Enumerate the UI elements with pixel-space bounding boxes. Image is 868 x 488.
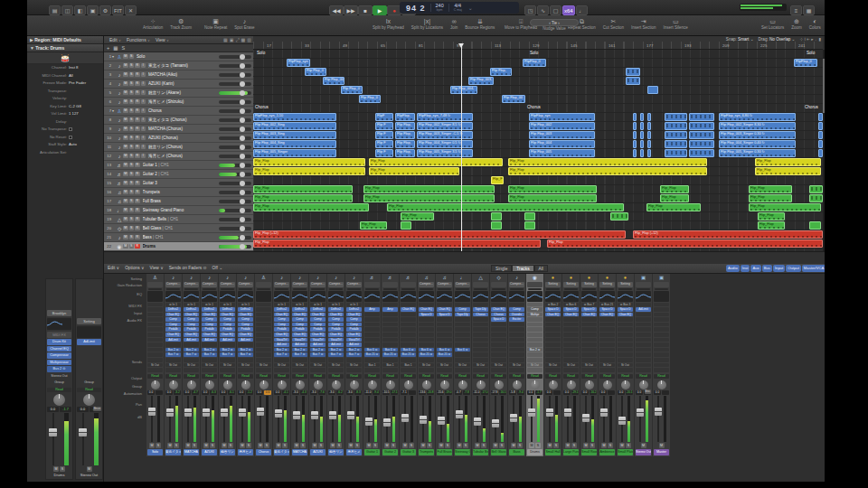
empty-fx-slot[interactable] [618,327,633,332]
track-i-button[interactable]: I [141,99,146,105]
region[interactable] [640,113,644,121]
solo-button[interactable]: S [373,443,378,448]
input-slot[interactable]: ⊙ Bus 3 [618,303,633,307]
empty-fx-slot[interactable] [581,327,597,332]
empty-fx-slot[interactable] [147,338,163,343]
track-s-button[interactable]: S [129,145,135,150]
channel-strip-Master[interactable]: ▣Read0.0MMaster [653,274,670,456]
track-header-東北イタコ (Tamami)[interactable]: 2♪MSRI東北イタコ (Tamami) [104,61,253,70]
setting-button[interactable] [382,282,398,287]
view-option-icon[interactable]: ▣ [230,36,234,43]
input-slot[interactable] [473,303,488,307]
empty-send-slot[interactable] [256,358,271,362]
pan-knob[interactable] [639,380,648,389]
eq-thumbnail[interactable] [563,291,579,302]
eq-thumbnail[interactable] [256,291,271,302]
view-option-icon[interactable]: ▥ [247,36,251,43]
region[interactable]: Flip_Flop [749,203,821,211]
automation-mode[interactable]: Read [202,374,217,380]
empty-fx-slot[interactable] [220,343,235,347]
empty-fx-slot[interactable] [419,343,434,347]
audio-fx-slot[interactable]: VocalTrf [310,338,326,343]
audio-fx-slot[interactable]: Comp [346,317,362,322]
region[interactable]: Flip_F [491,176,504,184]
solo-button[interactable]: S [409,443,414,448]
setting-button[interactable]: Setting [618,282,633,287]
empty-fx-slot[interactable] [77,352,101,359]
lcd-display[interactable]: 94 2 240bpm 4/4C maj ⌄ [400,2,519,14]
send-slot[interactable]: Bus 2 ⊙ [346,348,362,352]
strip-name-label[interactable]: Drums [527,449,542,455]
track-volume-slider[interactable] [219,227,251,230]
empty-fx-slot[interactable] [455,333,470,337]
empty-fx-slot[interactable] [256,343,271,347]
track-volume-slider[interactable] [219,200,251,203]
solo-button[interactable]: S [445,443,450,448]
audio-fx-slot[interactable]: Chan EQ [238,333,253,337]
track-m-button[interactable]: M [123,172,128,177]
region[interactable]: FlipFlop_syn [287,59,310,67]
empty-send-slot[interactable] [563,358,579,362]
channel-fader[interactable] [220,396,235,442]
empty-fx-slot[interactable] [419,338,434,343]
empty-send-slot[interactable] [654,348,669,352]
region[interactable] [809,221,821,230]
empty-fx-slot[interactable] [401,317,416,322]
track-volume-slider[interactable] [219,127,251,131]
group-slot[interactable]: Group [77,380,101,386]
audio-fx-slot[interactable]: Pedalb [238,327,253,332]
pan-knob[interactable] [278,380,287,389]
colors-button[interactable]: ◐Colors [809,17,821,30]
empty-fx-slot[interactable] [455,323,470,327]
audio-fx-slot[interactable]: Chan EQ [599,313,615,317]
audio-fx-slot[interactable]: Chan EQ [310,313,326,317]
audio-fx-slot[interactable]: AdLimit [202,338,217,343]
track-s-button[interactable]: S [129,99,135,105]
track-header-Tubular Bells[interactable]: 19△MSRTubular Bells | CH1 [104,215,253,224]
inspector-icon[interactable]: ◧ [74,5,86,15]
track-volume-slider[interactable] [219,245,251,249]
output-slot[interactable]: Bus 1 [364,363,380,368]
setting-button[interactable] [636,282,651,287]
note-repeat-button[interactable]: ▣Note Repeat [204,17,227,30]
audio-fx-slot[interactable]: Space D [491,317,506,322]
group-slot[interactable] [491,368,506,372]
channel-strip-Drums[interactable]: ◉CompMultiprBus 2 ⊙St OutRead0.0-1.7MSDr… [526,274,543,456]
setting-button[interactable]: Compre... [202,282,217,287]
empty-send-slot[interactable] [545,348,561,352]
close-icon[interactable]: ✕ [125,5,137,15]
region[interactable] [689,113,714,121]
strip-name-label[interactable]: AZUKI [310,449,326,455]
empty-fx-slot[interactable] [401,313,416,317]
output-slot[interactable]: St Out [545,363,561,368]
empty-fx-slot[interactable] [455,343,470,347]
region[interactable]: FlipFlop_syn [529,113,595,121]
setting-button[interactable] [527,282,542,287]
empty-fx-slot[interactable] [563,327,579,332]
audio-fx-slot[interactable]: DeEss2 [202,307,217,312]
output-slot[interactable]: Bus 1 [382,363,398,368]
audio-fx-slot[interactable]: AdLimit [77,339,101,345]
audio-fx-slot[interactable]: Chan EQ [545,313,561,317]
track-r-button[interactable]: R [135,235,140,240]
channel-fader[interactable] [455,396,470,442]
pan-knob[interactable] [549,380,558,389]
strip-name-label[interactable]: Large Punch [563,449,579,455]
audio-fx-slot[interactable]: Comp [310,323,326,327]
region[interactable]: Flip Flop_0 [341,86,363,94]
region[interactable] [647,149,651,157]
audio-fx-slot[interactable]: Space D [581,307,597,312]
region[interactable]: Flip_Flop [758,212,785,221]
audio-fx-slot[interactable]: Chan EQ [618,313,633,317]
settings-icon[interactable]: ⚙ [99,5,111,15]
bar-ruler[interactable]: 173349658197113129145161177193209225241 [253,42,823,49]
input-slot[interactable]: ⊙ In 1 [202,303,217,307]
channel-fader[interactable] [419,396,434,442]
audio-fx-slot[interactable]: Chorus [491,313,506,317]
empty-fx-slot[interactable] [256,317,271,322]
pan-knob[interactable] [259,380,269,389]
param-row[interactable]: Staff Style:Auto [27,141,103,149]
setting-button[interactable]: Brooklyn [47,310,71,316]
empty-send-slot[interactable] [473,358,488,362]
automation-mode[interactable]: Read [256,374,271,380]
